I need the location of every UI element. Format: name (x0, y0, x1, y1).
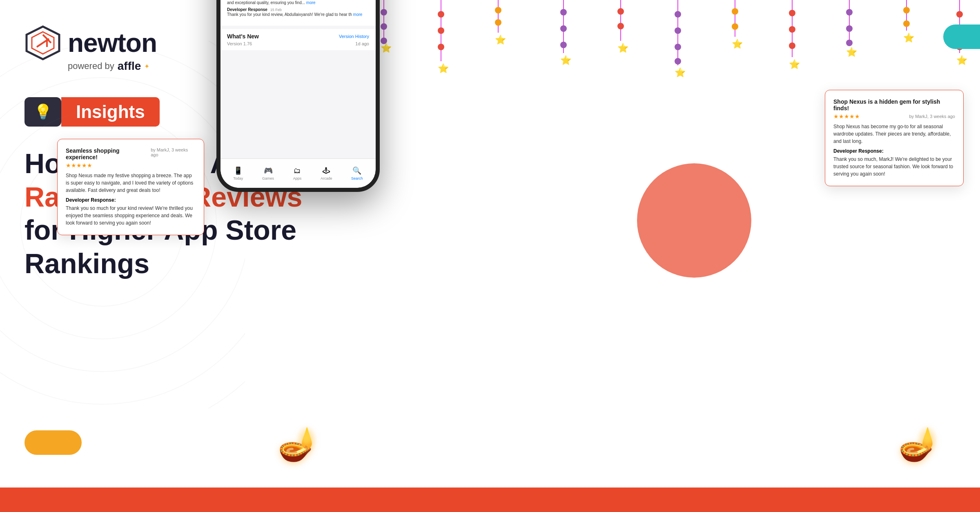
newton-logo-icon (24, 24, 61, 61)
floating-card-right: Shop Nexus is a hidden gem for stylish f… (825, 90, 964, 186)
card-right-stars-row: ★★★★★ by MarkJ, 3 weeks ago (833, 113, 955, 120)
svg-point-24 (438, 44, 444, 50)
diya-left: 🪔 (278, 425, 318, 463)
powered-by-text: powered by (68, 61, 114, 71)
review-1-body: Their curated collections offer trendy, … (227, 0, 369, 6)
svg-point-33 (560, 42, 567, 48)
svg-text:⭐: ⭐ (732, 38, 743, 49)
tab-today[interactable]: 📱 Today (233, 166, 243, 180)
tab-bar: 📱 Today 🎮 Games 🗂 Apps 🕹 Arcade (220, 158, 376, 188)
apps-icon: 🗂 (294, 167, 301, 175)
arcade-icon: 🕹 (323, 167, 330, 175)
svg-point-31 (560, 9, 567, 16)
svg-point-55 (846, 9, 853, 16)
heading-line4: Rankings (24, 247, 310, 280)
svg-point-19 (381, 38, 387, 44)
svg-point-47 (732, 23, 738, 30)
whats-new-title: What's New (227, 33, 259, 40)
card-left-title-area: Seamless shopping experience! ★★★★★ (66, 147, 151, 169)
dev-response-label-1: Developer Response 15 Feb (227, 7, 369, 12)
card-right-stars: ★★★★★ (833, 113, 860, 120)
review-1-more[interactable]: more (306, 0, 316, 5)
insights-icon-box: 💡 (24, 97, 61, 127)
card-left-meta: by MarkJ, 3 weeks ago (151, 147, 196, 157)
tab-search-label: Search (351, 176, 363, 180)
tab-games-label: Games (262, 176, 274, 180)
page-wrapper: ⭐ ⭐ ⭐ ⭐ ⭐ ⭐ ⭐ (0, 0, 980, 512)
svg-text:⭐: ⭐ (617, 42, 629, 53)
floating-card-left: Seamless shopping experience! ★★★★★ by M… (57, 139, 204, 235)
card-left-stars: ★★★★★ (66, 162, 151, 169)
svg-point-43 (675, 58, 681, 65)
svg-point-64 (956, 11, 963, 18)
version-date: 1d ago (355, 41, 369, 46)
card-left-dev-label: Developer Response: (66, 197, 196, 203)
red-circle-decoration (637, 163, 751, 278)
card-right-meta: by MarkJ, 3 weeks ago (909, 114, 956, 119)
tab-apps-label: Apps (293, 176, 302, 180)
svg-text:⭐: ⭐ (903, 32, 915, 43)
svg-point-46 (732, 8, 738, 15)
phone-screen: 10:57 ▲▲▲ ◆ 85 ‹ Search Get (220, 0, 376, 188)
dev-response-text-1: Thank you for your kind review, Abdullai… (227, 12, 369, 18)
svg-point-40 (675, 11, 681, 18)
whats-new-section: What's New Version History Version 1.76 … (220, 29, 376, 50)
svg-point-17 (381, 9, 387, 16)
svg-point-57 (846, 40, 853, 46)
tab-arcade-label: Arcade (321, 176, 332, 180)
svg-text:⭐: ⭐ (495, 34, 506, 45)
svg-text:⭐: ⭐ (956, 55, 968, 66)
version-history-link[interactable]: Version History (339, 34, 369, 39)
card-right-title-area: Shop Nexus is a hidden gem for stylish f… (833, 98, 955, 120)
card-right-title: Shop Nexus is a hidden gem for stylish f… (833, 98, 955, 111)
tab-search[interactable]: 🔍 Search (351, 166, 363, 180)
dev-more-1[interactable]: more (353, 12, 363, 17)
svg-point-50 (789, 10, 795, 16)
svg-point-42 (675, 44, 681, 50)
search-icon: 🔍 (352, 166, 361, 175)
svg-point-41 (675, 27, 681, 34)
svg-text:⭐: ⭐ (846, 47, 858, 58)
affle-star: ✦ (144, 62, 149, 70)
svg-point-18 (381, 23, 387, 30)
svg-text:⭐: ⭐ (438, 63, 449, 74)
card-left-body: Shop Nexus made my festive shopping a br… (66, 172, 196, 194)
tab-today-label: Today (233, 176, 243, 180)
card-left-title: Seamless shopping experience! (66, 147, 151, 160)
svg-text:⭐: ⭐ (560, 55, 572, 66)
card-right-header: Shop Nexus is a hidden gem for stylish f… (833, 98, 955, 120)
card-right-dev-text: Thank you so much, MarkJ! We're delighte… (833, 156, 955, 178)
games-icon: 🎮 (264, 166, 273, 175)
phone-mockup: 10:57 ▲▲▲ ◆ 85 ‹ Search Get (216, 0, 380, 192)
whats-new-header: What's New Version History (227, 33, 369, 40)
svg-point-23 (438, 27, 444, 34)
tab-apps[interactable]: 🗂 Apps (293, 167, 302, 180)
card-right-dev-label: Developer Response: (833, 148, 955, 154)
svg-point-61 (903, 20, 910, 27)
svg-text:⭐: ⭐ (675, 67, 686, 78)
insights-badge: 💡 Insights (24, 97, 160, 127)
affle-brand: affle (118, 60, 141, 73)
diya-right: 🪔 (898, 425, 939, 463)
svg-point-27 (495, 7, 501, 13)
bottom-bar (0, 488, 980, 512)
bulb-icon: 💡 (34, 103, 52, 120)
svg-point-36 (617, 8, 624, 15)
svg-text:⭐: ⭐ (789, 59, 800, 70)
teal-button[interactable] (943, 24, 980, 49)
svg-text:⭐: ⭐ (381, 42, 392, 53)
svg-point-56 (846, 25, 853, 32)
tab-games[interactable]: 🎮 Games (262, 166, 274, 180)
card-right-body: Shop Nexus has become my go-to for all s… (833, 123, 955, 145)
yellow-pill-decoration (24, 430, 82, 455)
svg-point-37 (617, 23, 624, 29)
tab-arcade[interactable]: 🕹 Arcade (321, 167, 332, 180)
ratings-section: Ratings & Reviews See A 4.2• out of 5 (220, 0, 376, 26)
svg-point-28 (495, 19, 501, 26)
svg-point-22 (438, 11, 444, 18)
today-icon: 📱 (234, 166, 243, 175)
version-info-row: Version 1.76 1d ago (227, 41, 369, 46)
version-number: Version 1.76 (227, 41, 252, 46)
svg-point-52 (789, 42, 795, 49)
insights-label: Insights (61, 97, 160, 127)
